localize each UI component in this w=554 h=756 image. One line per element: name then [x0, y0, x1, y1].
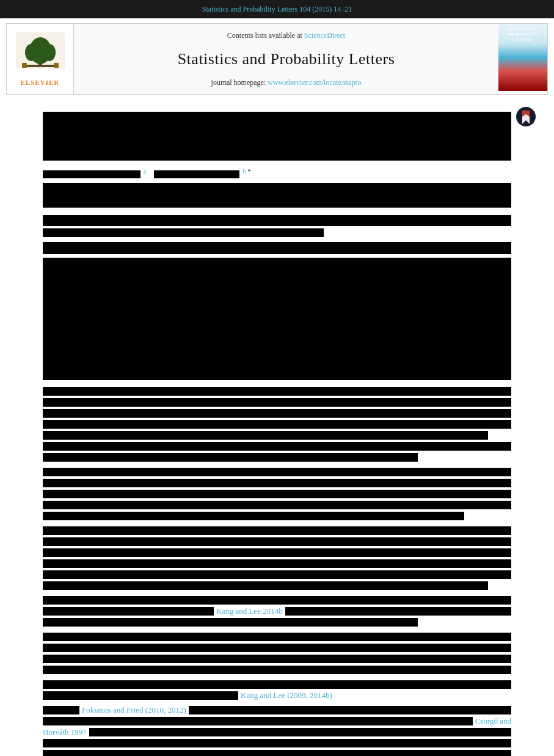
para-line [43, 442, 511, 451]
para-line [43, 750, 511, 757]
homepage-link[interactable]: www.elsevier.com/locate/stapro [268, 78, 361, 87]
journal-homepage-line: journal homepage: www.elsevier.com/locat… [211, 77, 362, 88]
body-para-5 [43, 739, 511, 757]
para-with-fokianos: Fokianos and Fried (2010, 2012) [43, 706, 511, 714]
text-seg [43, 607, 214, 616]
sciencedirect-link[interactable]: ScienceDirect [304, 31, 345, 40]
article-title-block [43, 112, 511, 161]
para-with-kang-lee-2009-2014b: Kang and Lee (2009, 2014b) [43, 680, 511, 700]
para-line [43, 479, 511, 487]
para-line [43, 398, 511, 407]
para-line [43, 739, 511, 747]
page: Statistics and Probability Letters 104 (… [0, 0, 554, 756]
journal-header: ELSEVIER Contents lists available at Sci… [6, 23, 548, 95]
affiliations-block [43, 183, 511, 208]
body-para-2 [43, 468, 511, 520]
text-seg [285, 607, 511, 616]
para-line [43, 644, 511, 652]
para-line [43, 490, 511, 498]
kang-lee-2014b-link[interactable]: Kang and Lee 2014b [216, 605, 283, 617]
para-line [43, 526, 511, 535]
body-para-4 [43, 633, 511, 674]
kang-lee-2009-2014b-link[interactable]: Kang and Lee (2009, 2014b) [241, 689, 332, 702]
elsevier-logo-area: ELSEVIER [7, 24, 74, 94]
para-line [43, 387, 511, 396]
authors-line: a b * [43, 167, 511, 180]
text-seg [43, 717, 473, 725]
text-seg [43, 691, 238, 700]
para-line [43, 596, 511, 605]
article-info-row-1 [43, 215, 511, 226]
para-line [43, 501, 511, 509]
cover-title-text: STATISTICS & PROBABILITY LETTERS [508, 26, 538, 43]
horvath-link-end[interactable]: Horváth 1997 [43, 726, 87, 738]
para-line [43, 420, 511, 429]
journal-cover-image: STATISTICS & PROBABILITY LETTERS [498, 24, 547, 94]
para-line [43, 548, 511, 557]
para-line [43, 468, 511, 476]
contents-available-line: Contents lists available at ScienceDirec… [227, 30, 345, 41]
para-line [43, 453, 418, 462]
para-line [43, 618, 418, 627]
top-citation-bar: Statistics and Probability Letters 104 (… [0, 0, 554, 18]
para-line [43, 409, 511, 418]
para-with-kang-lee-2014b: Kang and Lee 2014b [43, 596, 511, 627]
ref-line-csorgo-1: Csörgő and [43, 717, 511, 725]
para-with-csorgo: Csörgő and Horváth 1997 [43, 717, 511, 736]
body-para-3 [43, 526, 511, 590]
ref-line-kang-2014b: Kang and Lee 2014b [43, 607, 511, 616]
elsevier-brand-text: ELSEVIER [21, 78, 60, 88]
ref-line-csorgo-2: Horváth 1997 [43, 728, 511, 736]
cover-artwork: STATISTICS & PROBABILITY LETTERS [498, 24, 547, 91]
para-line [43, 570, 511, 579]
para-line [43, 680, 511, 689]
elsevier-tree-image [13, 29, 68, 75]
journal-title-area: Contents lists available at ScienceDirec… [74, 24, 498, 94]
fokianos-fried-link[interactable]: Fokianos and Fried (2010, 2012) [82, 704, 186, 716]
body-para-1 [43, 387, 511, 462]
svg-rect-6 [22, 63, 27, 68]
para-line [43, 633, 511, 641]
abstract-content [43, 258, 511, 380]
svg-point-4 [43, 44, 56, 61]
text-seg [89, 728, 511, 736]
main-content: a b * [0, 100, 554, 757]
svg-rect-7 [54, 63, 59, 68]
para-line [43, 655, 511, 663]
para-line [43, 431, 488, 440]
csorgo-link-start[interactable]: Csörgő and [475, 715, 511, 727]
journal-name-title: Statistics and Probability Letters [178, 47, 395, 71]
text-seg [43, 706, 79, 714]
svg-rect-5 [25, 65, 56, 67]
text-seg [189, 706, 511, 714]
para-line [43, 512, 464, 520]
para-line [43, 559, 511, 568]
svg-point-3 [25, 44, 37, 61]
para-line [43, 537, 511, 546]
ref-line-fokianos: Fokianos and Fried (2010, 2012) [43, 706, 511, 714]
abstract-header [43, 242, 511, 254]
para-line [43, 666, 511, 674]
citation-link[interactable]: Statistics and Probability Letters 104 (… [202, 5, 352, 13]
article-info-row-2 [43, 228, 324, 237]
ref-line-kang-2009: Kang and Lee (2009, 2014b) [43, 691, 511, 700]
bookmark-icon [516, 106, 536, 130]
para-line [43, 581, 488, 590]
